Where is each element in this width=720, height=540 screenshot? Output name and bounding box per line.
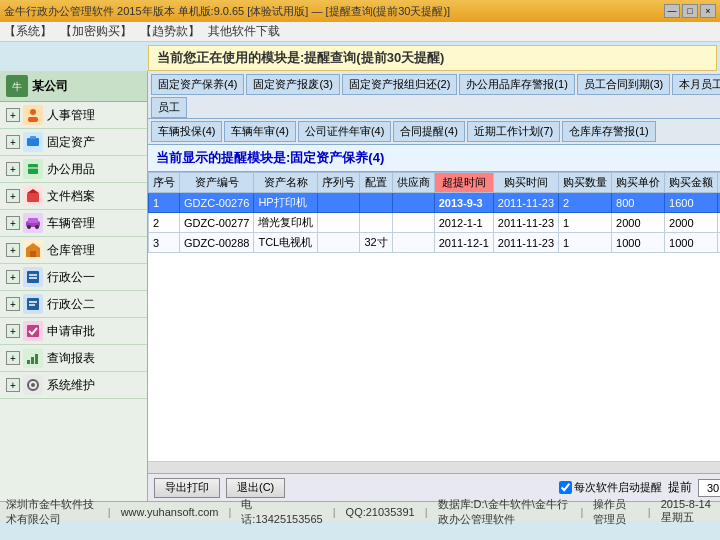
tab-fixed-scrap[interactable]: 固定资产报废(3) — [246, 74, 339, 95]
remind-days-input[interactable] — [698, 479, 720, 497]
expand-icon[interactable]: + — [6, 135, 20, 149]
expand-icon[interactable]: + — [6, 351, 20, 365]
table-cell: 1000 — [612, 233, 665, 253]
svg-rect-25 — [35, 354, 38, 364]
assets-icon — [23, 132, 43, 152]
svg-point-2 — [30, 109, 36, 115]
menu-purchase[interactable]: 【加密购买】 — [60, 23, 132, 40]
sidebar-item-hr[interactable]: + 人事管理 — [0, 102, 147, 129]
maximize-button[interactable]: □ — [682, 4, 698, 18]
scrollbar[interactable] — [148, 461, 720, 473]
sidebar-item-warehouse[interactable]: + 仓库管理 — [0, 237, 147, 264]
table-row[interactable]: 1GDZC-00276HP打印机2013-9-32011-11-23280016… — [149, 193, 721, 213]
tab-fixed-return[interactable]: 固定资产报组归还(2) — [342, 74, 457, 95]
col-asset-no: 资产编号 — [180, 173, 254, 193]
tab-company-annual[interactable]: 公司证件年审(4) — [298, 121, 391, 142]
expand-icon[interactable]: + — [6, 108, 20, 122]
data-table: 序号 资产编号 资产名称 序列号 配置 供应商 超提时间 购买时间 购买数量 购… — [148, 172, 720, 253]
tab-fixed-maintain[interactable]: 固定资产保养(4) — [151, 74, 244, 95]
tab-bar-row2: 车辆投保(4) 车辆年审(4) 公司证件年审(4) 合同提醒(4) 近期工作计划… — [148, 119, 720, 145]
sidebar-item-assets[interactable]: + 固定资产 — [0, 129, 147, 156]
tab-contract-remind[interactable]: 合同提醒(4) — [393, 121, 464, 142]
admin2-icon — [23, 294, 43, 314]
table-cell: 1 — [149, 193, 180, 213]
sidebar-item-sysadmin[interactable]: + 系统维护 — [0, 372, 147, 399]
tab-vehicle-annual[interactable]: 车辆年审(4) — [224, 121, 295, 142]
approval-icon — [23, 321, 43, 341]
hr-icon — [23, 105, 43, 125]
expand-icon[interactable]: + — [6, 243, 20, 257]
title-bar: 金牛行政办公管理软件 2015年版本 单机版:9.0.65 [体验试用版] — … — [0, 0, 720, 22]
col-overdue-date: 超提时间 — [434, 173, 493, 193]
remind-checkbox-item: 每次软件启动提醒 — [559, 480, 662, 495]
expand-icon[interactable]: + — [6, 189, 20, 203]
sidebar-item-report[interactable]: + 查询报表 — [0, 345, 147, 372]
table-cell: 1 — [559, 233, 612, 253]
menu-download[interactable]: 其他软件下载 — [208, 23, 280, 40]
table-cell: 增光复印机 — [254, 213, 318, 233]
sidebar-item-archive[interactable]: + 文件档案 — [0, 183, 147, 210]
expand-icon[interactable]: + — [6, 297, 20, 311]
tab-birthday[interactable]: 本月员工生日(2) — [672, 74, 720, 95]
svg-point-12 — [35, 225, 39, 229]
sidebar-item-label: 车辆管理 — [47, 215, 95, 232]
sidebar-company[interactable]: 牛 某公司 — [0, 71, 147, 102]
sidebar-item-admin2[interactable]: + 行政公二 — [0, 291, 147, 318]
menu-trend[interactable]: 【趋势款】 — [140, 23, 200, 40]
warehouse-icon — [23, 240, 43, 260]
table-cell: 1000 — [665, 233, 718, 253]
sidebar-item-approval[interactable]: + 申请审批 — [0, 318, 147, 345]
svg-rect-19 — [27, 298, 39, 310]
main-layout: 牛 某公司 + 人事管理 + 固定资产 + 办公用品 — [0, 71, 720, 501]
col-config: 配置 — [360, 173, 392, 193]
expand-icon[interactable]: + — [6, 216, 20, 230]
table-row[interactable]: 2GDZC-00277增光复印机2012-1-12011-11-23120002… — [149, 213, 721, 233]
expand-icon[interactable]: + — [6, 162, 20, 176]
sidebar-item-admin1[interactable]: + 行政公一 — [0, 264, 147, 291]
table-cell: TCL电视机 — [254, 233, 318, 253]
sidebar-item-label: 行政公二 — [47, 296, 95, 313]
svg-rect-24 — [31, 357, 34, 364]
section-title: 当前显示的提醒模块是:固定资产保养(4) — [148, 145, 720, 172]
exit-button[interactable]: 退出(C) — [226, 478, 285, 498]
col-supplier: 供应商 — [392, 173, 434, 193]
sidebar-item-label: 行政公一 — [47, 269, 95, 286]
svg-text:牛: 牛 — [12, 81, 22, 92]
sidebar-item-office[interactable]: + 办公用品 — [0, 156, 147, 183]
tab-warehouse-stock[interactable]: 仓库库存警报(1) — [562, 121, 655, 142]
sidebar-item-vehicle[interactable]: + 车辆管理 — [0, 210, 147, 237]
remind-checkbox[interactable] — [559, 481, 572, 494]
svg-point-27 — [31, 383, 35, 387]
tab-more[interactable]: 员工 — [151, 97, 187, 118]
table-cell: 2011-11-23 — [493, 213, 558, 233]
svg-rect-4 — [27, 138, 39, 146]
menu-system[interactable]: 【系统】 — [4, 23, 52, 40]
table-cell: 2 — [149, 213, 180, 233]
table-cell: 2011-11-23 — [493, 233, 558, 253]
export-print-button[interactable]: 导出打印 — [154, 478, 220, 498]
expand-icon[interactable]: + — [6, 324, 20, 338]
status-company: 深圳市金牛软件技术有限公司 — [6, 497, 98, 527]
minimize-button[interactable]: — — [664, 4, 680, 18]
tab-office-stock[interactable]: 办公用品库存警报(1) — [459, 74, 574, 95]
expand-icon[interactable]: + — [6, 270, 20, 284]
tab-bar-row1: 固定资产保养(4) 固定资产报废(3) 固定资产报组归还(2) 办公用品库存警报… — [148, 71, 720, 119]
tab-contract-expire[interactable]: 员工合同到期(3) — [577, 74, 670, 95]
table-cell: GDZC-00288 — [180, 233, 254, 253]
table-container[interactable]: 序号 资产编号 资产名称 序列号 配置 供应商 超提时间 购买时间 购买数量 购… — [148, 172, 720, 461]
col-unit-price: 购买单价 — [612, 173, 665, 193]
svg-rect-22 — [27, 325, 39, 337]
table-cell: 2011-12-1 — [434, 233, 493, 253]
table-cell — [392, 233, 434, 253]
table-cell: GDZC-00277 — [180, 213, 254, 233]
col-purchase-date: 购买时间 — [493, 173, 558, 193]
admin1-icon — [23, 267, 43, 287]
close-button[interactable]: × — [700, 4, 716, 18]
status-bar: 深圳市金牛软件技术有限公司 | www.yuhansoft.com | 电话:1… — [0, 501, 720, 521]
table-row[interactable]: 3GDZC-00288TCL电视机32寸2011-12-12011-11-231… — [149, 233, 721, 253]
tab-work-plan[interactable]: 近期工作计划(7) — [467, 121, 560, 142]
tab-vehicle-insure[interactable]: 车辆投保(4) — [151, 121, 222, 142]
expand-icon[interactable]: + — [6, 378, 20, 392]
col-serial-no: 序列号 — [318, 173, 360, 193]
sidebar-item-label: 办公用品 — [47, 161, 95, 178]
